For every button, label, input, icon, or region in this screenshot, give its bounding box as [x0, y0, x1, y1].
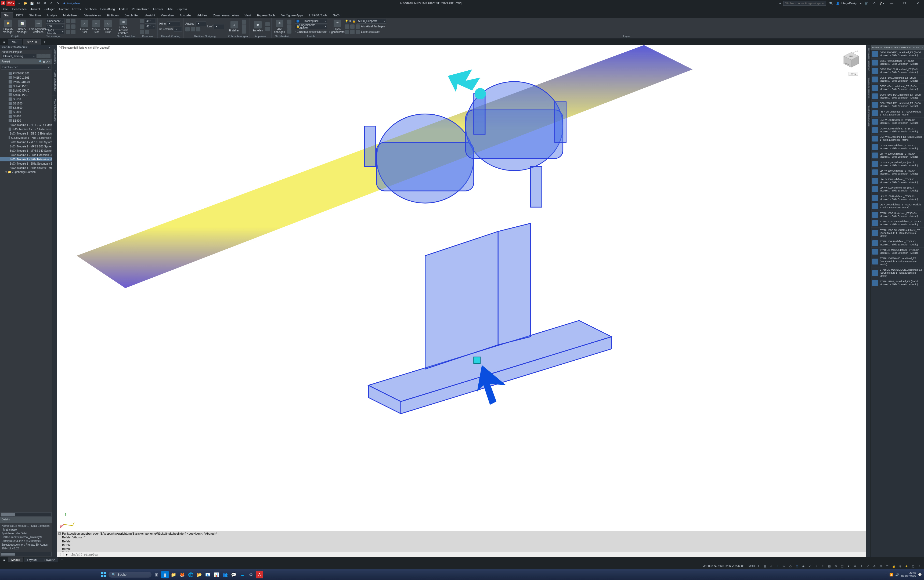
match-layer[interactable]: Layer anpassen — [345, 30, 386, 35]
part-icon[interactable] — [66, 19, 70, 23]
palette-item[interactable]: LA-HV 200,Undefined_ET (SuCri Module 1 -… — [871, 126, 924, 135]
ortho-view-button[interactable]: ▦Ortho-Ansicht erstellen — [117, 18, 130, 35]
pcf-to-pipe-button[interactable]: PCFPCF zu Rohr — [102, 18, 113, 35]
palette-item[interactable]: STABIL D3G mE,Undefined_ET (SuCri Module… — [871, 219, 924, 228]
palette-item[interactable]: STABIL D3G,Undefined_ET (SuCri Module 1 … — [871, 211, 924, 219]
transparency-icon[interactable]: ▨ — [826, 564, 832, 569]
menu-bearbeiten[interactable]: Bearbeiten — [12, 8, 26, 11]
quickprops-icon[interactable]: ☰ — [884, 564, 890, 569]
signin-menu[interactable]: 👤 IntegaDesig... ▾ — [836, 2, 862, 5]
menu-zeichnen[interactable]: Zeichnen — [84, 8, 96, 11]
annotation-icon[interactable]: Ａ — [858, 564, 865, 569]
hardware-accel-icon[interactable]: ⚡ — [904, 564, 909, 569]
tree-item[interactable]: Sch 40 PVC — [0, 84, 52, 88]
clear-filter-icon[interactable]: ✕ — [48, 66, 50, 69]
polar-icon[interactable]: ✶ — [781, 564, 787, 569]
rise-combo[interactable] — [196, 21, 206, 26]
palette-item[interactable]: LA-HV 150,Undefined_ET (SuCri Module 1 -… — [871, 118, 924, 126]
new-tab-button[interactable]: ＋ — [41, 40, 48, 44]
task-view-icon[interactable]: ⊞ — [153, 571, 160, 578]
tree-item[interactable]: PN15CM1S01 — [0, 80, 52, 84]
menu-format[interactable]: Format — [59, 8, 68, 11]
tree-item[interactable]: PN09SP1S01 — [0, 71, 52, 76]
tree-item[interactable]: PN15CL1S01 — [0, 76, 52, 80]
source-tab[interactable]: Quelldateien — [52, 45, 57, 67]
tree-item[interactable]: SuCri Module 1 - Sikla Extension - Metri… — [0, 157, 52, 161]
view-combo[interactable]: 🔒Ungesicherte Ansicht — [295, 24, 327, 29]
angle2-combo[interactable]: 45° — [145, 24, 156, 29]
taskbar-app-icon[interactable]: 📁 — [170, 571, 177, 578]
support-icon[interactable] — [242, 20, 246, 24]
ribbon-tab[interactable]: Einfügen — [104, 12, 121, 18]
pm-refresh-icon[interactable]: 🔍 — [39, 60, 42, 63]
osnap-icon[interactable]: ◻ — [794, 564, 800, 569]
source-tab[interactable]: Isometrische DWG — [52, 96, 57, 125]
command-input[interactable] — [71, 553, 865, 556]
palette-item[interactable]: STABIL D3G SILICON,Undefined_ET (SuCri M… — [871, 228, 924, 239]
source-tab[interactable]: Orthogonale DWG — [52, 67, 57, 96]
app-store-icon[interactable]: 🛒 — [864, 0, 869, 6]
filter-icon[interactable]: ▼ — [846, 564, 851, 569]
angle1-combo[interactable]: 45° — [145, 19, 156, 24]
lineweight-icon[interactable]: ≡ — [820, 564, 826, 569]
show-all-button[interactable]: 👁Alle anzeigen — [273, 18, 286, 35]
ortho-icon[interactable]: ⊥ — [775, 564, 780, 569]
menu-einfügen[interactable]: Einfügen — [44, 8, 55, 11]
compass-icon[interactable] — [140, 25, 144, 29]
palette-tab[interactable]: Dynamische Rohrklasse — [866, 45, 870, 74]
vis-icon[interactable] — [287, 29, 292, 34]
size-combo[interactable]: 100 — [46, 24, 65, 29]
tree-item[interactable]: Sch 80 CPVC — [0, 88, 52, 92]
pro-badge[interactable]: P3D ▾ — [7, 0, 15, 6]
ribbon-tab[interactable]: ISOS — [13, 12, 26, 18]
3dosnap-icon[interactable]: ◈ — [800, 564, 806, 569]
layout-menu-icon[interactable]: ≡ — [1, 558, 8, 562]
menu-datei[interactable]: Datei — [2, 8, 8, 11]
ribbon-tab[interactable]: Modellieren — [60, 12, 81, 18]
ribbon-tab[interactable]: Ausgabe — [177, 12, 194, 18]
layer-combo[interactable]: SuCri_Supports — [357, 19, 386, 24]
menu-express[interactable]: Express — [177, 8, 187, 11]
pm-tool-icon[interactable]: ▦ — [43, 60, 45, 63]
taskbar-app-icon[interactable]: 💬 — [230, 571, 238, 578]
ribbon-tab[interactable]: Verwalten — [158, 12, 177, 18]
tray-volume-icon[interactable]: 🔊 — [895, 573, 899, 577]
part-icon[interactable] — [66, 25, 70, 29]
ribbon-tab[interactable]: SuCri — [330, 12, 343, 18]
ribbon-tab[interactable]: Analyse — [44, 12, 60, 18]
annoscale-icon[interactable]: ⤢ — [865, 564, 871, 569]
grid-icon[interactable]: ▦ — [762, 564, 768, 569]
maximize-button[interactable]: ❐ — [899, 0, 910, 7]
tree-item[interactable]: SS300 — [0, 110, 52, 114]
viewport[interactable]: [−][Benutzerdefinierte Ansicht][Konzeptu… — [57, 45, 866, 531]
layout-tab[interactable]: Layout1 — [24, 557, 41, 562]
palette-item[interactable]: BG61 T100-1/2",Undefined_ET (SuCri Modul… — [871, 101, 924, 109]
tree-item[interactable]: SuCri Module 1 - MPSS 100 Systemteile — [0, 144, 52, 148]
support-icon[interactable] — [242, 29, 246, 34]
view-cube[interactable]: OBEN VORNE RECHTS — [842, 51, 861, 69]
palette-item[interactable]: LD-HV 200,Undefined_ET (SuCri Module 1 -… — [871, 177, 924, 186]
gizmo-icon[interactable]: ✥ — [852, 564, 858, 569]
slope-icon[interactable] — [185, 27, 190, 31]
create-equipment-button[interactable]: ⬢Erstellen — [251, 18, 264, 35]
pm-tool-icon[interactable] — [36, 54, 41, 58]
compass-icon[interactable] — [140, 19, 144, 23]
details-scrollbar[interactable] — [0, 552, 51, 556]
isolate-icon[interactable]: ◎ — [897, 564, 903, 569]
notifications-icon[interactable]: 💬 — [918, 573, 922, 577]
pm-tool-icon[interactable]: ⟳ — [46, 60, 48, 63]
part-icon[interactable] — [71, 25, 76, 29]
single-viewport-toggle[interactable]: ▫Einzelnes Ansichtsfenster — [295, 30, 328, 35]
iso-icon[interactable]: ◇ — [787, 564, 794, 569]
taskbar-clock[interactable]: 06:4502.02.2025 — [901, 571, 916, 578]
3d-icon[interactable]: ⬚ — [839, 564, 845, 569]
dyn-input-icon[interactable]: + — [813, 564, 819, 569]
menu-parametrisch[interactable]: Parametrisch — [132, 8, 149, 11]
vis-icon[interactable] — [287, 20, 292, 24]
app-icon[interactable]: A — [1, 1, 5, 5]
qat-undo-icon[interactable]: ↶ — [49, 0, 54, 6]
tabs-menu-icon[interactable]: ≡ — [1, 40, 8, 44]
tray-wifi-icon[interactable]: 📶 — [889, 573, 893, 577]
tree-item[interactable]: Sch 80 PVC — [0, 92, 52, 97]
tree-item[interactable]: SS1500 — [0, 101, 52, 105]
